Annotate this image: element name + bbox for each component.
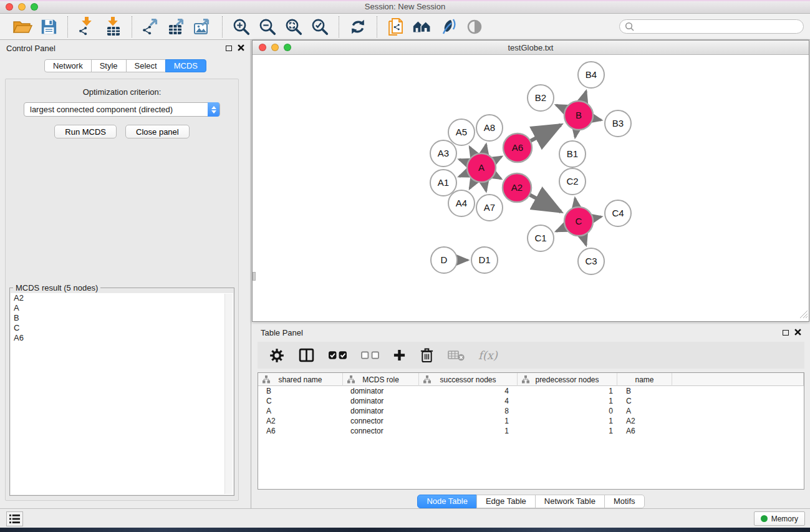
table-cell[interactable]: dominator	[343, 406, 419, 416]
add-column-icon[interactable]	[393, 349, 406, 362]
zoom-in-icon[interactable]	[231, 17, 251, 37]
mcds-result-item[interactable]: A	[11, 303, 233, 313]
graph-node-label-D: D	[441, 254, 448, 265]
graph-node-label-C3: C3	[585, 256, 597, 266]
import-table-icon[interactable]	[103, 17, 123, 37]
table-cell[interactable]: 0	[518, 406, 617, 416]
column-type-icon	[263, 375, 270, 385]
close-table-panel-icon[interactable]	[794, 328, 801, 337]
table-cell[interactable]: A	[258, 406, 343, 416]
graph-edge-A2-C[interactable]	[528, 194, 561, 211]
save-session-icon[interactable]	[39, 17, 59, 37]
tab-mcds[interactable]: MCDS	[165, 59, 206, 72]
column-header-name[interactable]: name	[617, 373, 672, 386]
table-cell[interactable]: A6	[258, 426, 343, 436]
export-table-icon[interactable]	[167, 17, 187, 37]
table-cell[interactable]: B	[258, 386, 343, 396]
import-network-icon[interactable]	[77, 17, 97, 37]
table-row[interactable]: Bdominator41B	[258, 386, 804, 396]
graph-node-label-C: C	[576, 216, 582, 226]
tab-motifs[interactable]: Motifs	[604, 495, 645, 508]
column-header-mcds-role[interactable]: MCDS role	[343, 373, 419, 386]
table-cell[interactable]: 1	[518, 426, 617, 436]
task-history-button[interactable]	[6, 511, 23, 526]
hide-graphics-pen-icon[interactable]	[438, 17, 458, 37]
tab-node-table[interactable]: Node Table	[417, 495, 477, 508]
table-cell[interactable]: C	[258, 396, 343, 406]
table-cell[interactable]: 4	[419, 386, 518, 396]
zoom-out-icon[interactable]	[258, 17, 277, 37]
table-cell[interactable]: connector	[343, 416, 419, 426]
table-row[interactable]: A6connector11A6	[258, 426, 804, 436]
zoom-fit-icon[interactable]	[284, 17, 304, 37]
column-type-icon	[347, 375, 355, 385]
tab-edge-table[interactable]: Edge Table	[476, 495, 536, 508]
select-all-rows-icon[interactable]	[328, 351, 347, 360]
resize-grip-icon[interactable]	[798, 308, 808, 321]
table-cell[interactable]: A2	[258, 416, 343, 426]
table-row[interactable]: Adominator80A	[258, 406, 804, 416]
export-network-icon[interactable]	[141, 17, 161, 37]
network-from-selection-icon[interactable]	[386, 17, 406, 37]
open-session-icon[interactable]	[12, 17, 32, 37]
mcds-result-list: A2ABCA6	[11, 293, 233, 495]
mcds-result-item[interactable]: A6	[11, 333, 233, 343]
column-header-predecessor-nodes[interactable]: predecessor nodes	[518, 373, 617, 386]
table-cell[interactable]: 1	[518, 396, 617, 406]
tab-style[interactable]: Style	[91, 59, 127, 72]
close-panel-icon[interactable]	[238, 44, 244, 53]
mcds-result-item[interactable]: C	[11, 323, 233, 333]
column-header-shared-name[interactable]: shared name	[258, 373, 343, 386]
refresh-layout-icon[interactable]	[348, 17, 368, 37]
table-cell[interactable]: dominator	[343, 396, 419, 406]
float-table-panel-icon[interactable]	[783, 330, 789, 336]
graph-node-label-A1: A1	[438, 177, 449, 188]
tab-select[interactable]: Select	[126, 59, 166, 72]
run-mcds-button[interactable]: Run MCDS	[54, 125, 117, 138]
close-panel-button[interactable]: Close panel	[125, 125, 190, 138]
control-panel-title: Control Panel	[6, 44, 55, 53]
table-cell[interactable]: 4	[419, 396, 518, 406]
search-input[interactable]	[619, 19, 804, 34]
graph-node-label-A4: A4	[456, 198, 467, 208]
table-settings-gear-icon[interactable]	[269, 347, 285, 364]
zoom-selected-icon[interactable]	[310, 17, 330, 37]
splitter-handle[interactable]	[253, 272, 256, 281]
table-row[interactable]: A2connector11A2	[258, 416, 804, 426]
graph-node-label-C4: C4	[612, 208, 624, 218]
table-cell[interactable]: C	[617, 396, 672, 406]
table-cell[interactable]: 1	[518, 416, 617, 426]
tab-network[interactable]: Network	[44, 59, 92, 72]
table-cell[interactable]: 1	[419, 416, 518, 426]
graph-edge-A6-B[interactable]	[529, 125, 561, 142]
table-cell[interactable]: 1	[518, 386, 617, 396]
table-cell[interactable]: A2	[617, 416, 672, 426]
column-type-icon	[522, 375, 529, 385]
table-cell[interactable]: connector	[343, 426, 419, 436]
table-row[interactable]: Cdominator41C	[258, 396, 804, 406]
memory-button[interactable]: Memory	[754, 511, 805, 526]
table-cell[interactable]: 8	[419, 406, 518, 416]
show-graphics-eye-icon[interactable]	[465, 17, 485, 37]
table-cell[interactable]: B	[617, 386, 672, 396]
home-first-neighbors-icon[interactable]	[412, 17, 432, 37]
column-layout-icon[interactable]	[299, 347, 314, 363]
table-cell[interactable]: 1	[419, 426, 518, 436]
table-cell[interactable]: dominator	[343, 386, 419, 396]
export-image-icon[interactable]	[193, 17, 213, 37]
tab-network-table[interactable]: Network Table	[535, 495, 605, 508]
network-canvas[interactable]: AA1A2A3A4A5A6A7A8BB1B2B3B4CC1C2C3C4DD1	[253, 55, 809, 321]
graph-node-label-A3: A3	[438, 148, 449, 158]
mcds-result-item[interactable]: A2	[11, 293, 233, 303]
result-list-scrollbar[interactable]	[224, 294, 233, 494]
deselect-all-rows-icon[interactable]	[361, 351, 379, 359]
delete-column-icon[interactable]	[420, 347, 434, 363]
table-cell[interactable]: A6	[617, 426, 672, 436]
graph-node-label-B4: B4	[586, 69, 597, 80]
criterion-dropdown[interactable]: largest connected component (directed)	[24, 102, 220, 117]
mcds-result-item[interactable]: B	[11, 313, 233, 323]
float-panel-icon[interactable]	[226, 46, 232, 51]
table-cell[interactable]: A	[617, 406, 672, 416]
network-window-titlebar[interactable]: testGlobe.txt	[253, 41, 809, 55]
column-header-successor-nodes[interactable]: successor nodes	[419, 373, 518, 386]
